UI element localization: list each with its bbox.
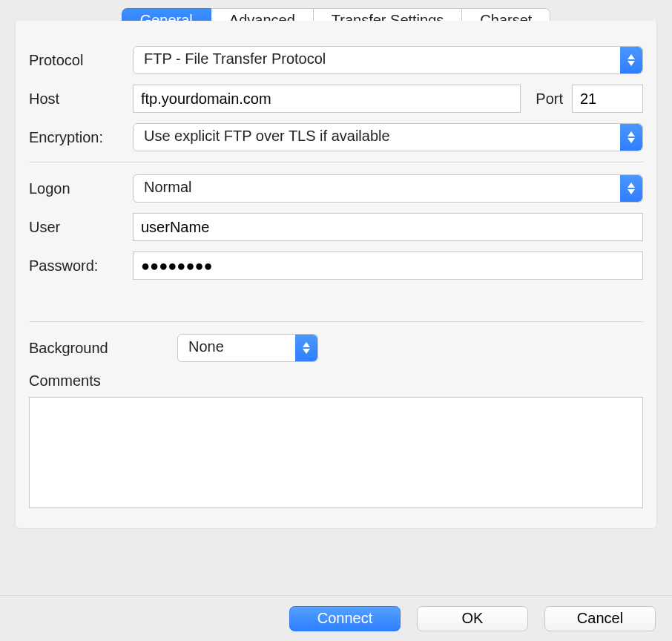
background-label: Background bbox=[29, 340, 177, 357]
user-label: User bbox=[29, 219, 133, 236]
logon-label: Logon bbox=[29, 180, 133, 197]
divider bbox=[29, 162, 643, 162]
protocol-value: FTP - File Transfer Protocol bbox=[144, 50, 326, 67]
divider bbox=[29, 321, 643, 322]
updown-icon bbox=[620, 124, 642, 151]
updown-icon bbox=[295, 335, 317, 361]
updown-icon bbox=[620, 175, 642, 202]
dialog-footer: Connect OK Cancel bbox=[0, 595, 672, 641]
encryption-label: Encryption: bbox=[29, 129, 133, 146]
host-label: Host bbox=[29, 91, 133, 108]
background-select[interactable]: None bbox=[177, 334, 318, 362]
protocol-select[interactable]: FTP - File Transfer Protocol bbox=[133, 46, 643, 74]
port-label: Port bbox=[536, 91, 563, 108]
encryption-select[interactable]: Use explicit FTP over TLS if available bbox=[133, 123, 643, 151]
connect-button[interactable]: Connect bbox=[289, 606, 401, 631]
password-input[interactable] bbox=[133, 252, 643, 280]
user-input[interactable] bbox=[133, 213, 643, 241]
comments-label: Comments bbox=[29, 372, 643, 389]
encryption-value: Use explicit FTP over TLS if available bbox=[144, 128, 390, 144]
updown-icon bbox=[620, 47, 642, 73]
password-label: Password: bbox=[29, 257, 133, 275]
background-value: None bbox=[188, 338, 224, 355]
comments-textarea[interactable] bbox=[29, 397, 643, 508]
general-panel: Protocol FTP - File Transfer Protocol Ho… bbox=[15, 21, 657, 529]
protocol-label: Protocol bbox=[29, 52, 133, 69]
logon-value: Normal bbox=[144, 179, 191, 195]
host-input[interactable] bbox=[133, 85, 521, 113]
logon-select[interactable]: Normal bbox=[133, 174, 643, 203]
port-input[interactable] bbox=[572, 85, 643, 113]
cancel-button[interactable]: Cancel bbox=[544, 606, 656, 631]
ok-button[interactable]: OK bbox=[417, 606, 528, 631]
